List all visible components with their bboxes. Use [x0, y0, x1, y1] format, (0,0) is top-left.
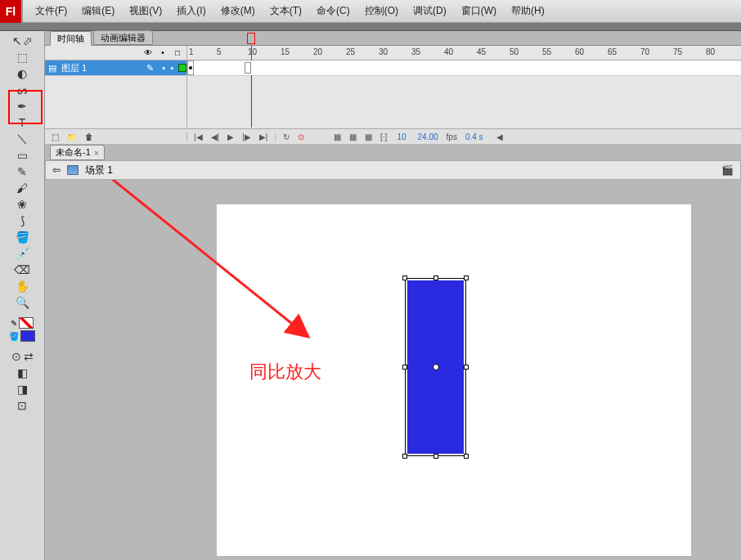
layer-edit-icon: ✎ — [146, 63, 154, 74]
onion-opt-4[interactable]: [·] — [379, 132, 388, 141]
new-layer-button[interactable]: ⬚ — [50, 132, 61, 141]
timeline-ruler[interactable]: 1 5 10 15 20 25 30 35 40 45 50 55 60 65 … — [187, 46, 741, 60]
goto-last-button[interactable]: ▶| — [258, 132, 270, 141]
text-tool[interactable]: T — [11, 114, 33, 131]
ruler-num: 25 — [346, 47, 355, 56]
menu-view[interactable]: 视图(V) — [122, 4, 169, 18]
pencil-tool[interactable]: ✎ — [11, 164, 33, 180]
free-transform-tool[interactable]: ⬚ — [11, 49, 33, 65]
timeline-scroll-left[interactable]: ◀ — [496, 132, 503, 141]
close-icon[interactable]: × — [94, 148, 99, 158]
stage-area[interactable]: 同比放大 — [45, 180, 741, 560]
option-tool-2[interactable]: ◨ — [11, 381, 33, 397]
menu-edit[interactable]: 编辑(E) — [74, 4, 122, 18]
handle-left[interactable] — [402, 365, 407, 370]
layer-lock-dot[interactable]: • — [170, 63, 173, 73]
stroke-color-swatch[interactable] — [19, 317, 34, 329]
handle-top-right[interactable] — [464, 276, 469, 280]
brush-tool[interactable]: 🖌 — [11, 180, 33, 196]
menu-insert[interactable]: 插入(I) — [169, 4, 213, 18]
menu-text[interactable]: 文本(T) — [263, 4, 309, 18]
selected-shape[interactable] — [405, 278, 466, 456]
frame-10[interactable] — [245, 62, 251, 74]
app-logo: Fl — [0, 0, 23, 23]
keyframe-1[interactable] — [187, 60, 194, 75]
subselection-tool[interactable]: ⬀ — [22, 33, 33, 49]
fill-color-icon: 🪣 — [9, 332, 19, 341]
edit-scene-button[interactable]: 🎬 — [721, 164, 734, 176]
pen-tool[interactable]: ✒ — [11, 98, 33, 114]
ruler-num: 20 — [313, 47, 322, 56]
ruler-num: 75 — [673, 47, 682, 56]
document-tab[interactable]: 未命名-1 × — [50, 145, 105, 160]
play-button[interactable]: ▶ — [226, 132, 236, 141]
paint-bucket-tool[interactable]: 🪣 — [11, 229, 33, 245]
menubar: Fl 文件(F) 编辑(E) 视图(V) 插入(I) 修改(M) 文本(T) 命… — [0, 0, 741, 23]
handle-top-left[interactable] — [402, 276, 407, 280]
annotation-text: 同比放大 — [249, 360, 321, 384]
ruler-num: 55 — [542, 47, 551, 56]
eyedropper-tool[interactable]: 💉 — [11, 245, 33, 262]
delete-layer-button[interactable]: 🗑 — [83, 132, 95, 141]
onion-opt-3[interactable]: ▦ — [363, 132, 374, 141]
ruler-num: 80 — [706, 47, 715, 56]
tools-panel: ↖ ⬀ ⬚ ◐ ᔕ ✒ T ＼ ▭ ✎ 🖌 ❀ ⟆ 🪣 💉 ⌫ ✋ 🔍 ✎ 🪣 … — [0, 31, 45, 560]
stroke-color-icon: ✎ — [11, 319, 17, 328]
snap-tool[interactable]: ⊙ — [11, 348, 21, 365]
onion-skin-button[interactable]: ⊙ — [296, 132, 306, 141]
fill-color-swatch[interactable] — [20, 330, 35, 342]
onion-opt-1[interactable]: ▦ — [332, 132, 343, 141]
transform-center[interactable] — [433, 364, 439, 370]
goto-first-button[interactable]: |◀ — [192, 132, 204, 141]
option-tool-3[interactable]: ⊡ — [11, 397, 33, 414]
eraser-tool[interactable]: ⌫ — [11, 262, 33, 278]
menu-file[interactable]: 文件(F) — [28, 4, 74, 18]
layer-label: 图层 1 — [61, 62, 87, 74]
line-tool[interactable]: ＼ — [11, 131, 33, 147]
handle-right[interactable] — [464, 365, 469, 370]
lock-column-icon[interactable]: • — [159, 48, 167, 57]
playhead[interactable] — [251, 46, 252, 128]
menu-help[interactable]: 帮助(H) — [504, 4, 552, 18]
timeline-footer: ⬚ 📁 🗑 |◀ ◀| ▶ |▶ ▶| | ↻ ⊙ ▦ ▦ ▦ [·] 10 2… — [45, 128, 741, 144]
ruler-num: 45 — [477, 47, 486, 56]
tab-timeline[interactable]: 时间轴 — [50, 31, 92, 46]
option-tool-1[interactable]: ◧ — [11, 365, 33, 381]
menu-window[interactable]: 窗口(W) — [454, 4, 504, 18]
loop-button[interactable]: ↻ — [281, 132, 291, 141]
layer-visible-dot[interactable]: • — [162, 63, 165, 73]
rectangle-tool[interactable]: ▭ — [11, 147, 33, 164]
visibility-column-icon[interactable]: 👁 — [144, 48, 152, 57]
menu-debug[interactable]: 调试(D) — [406, 4, 454, 18]
handle-bottom-left[interactable] — [402, 454, 407, 459]
layer-row[interactable]: ▤ 图层 1 ✎ • • — [45, 60, 187, 75]
menu-modify[interactable]: 修改(M) — [213, 4, 263, 18]
layer-outline-swatch[interactable] — [178, 64, 186, 72]
menu-control[interactable]: 控制(O) — [357, 4, 406, 18]
main-area: 时间轴 动画编辑器 👁 • □ 1 5 10 15 20 25 30 35 40… — [45, 31, 741, 560]
step-forward-button[interactable]: |▶ — [240, 132, 253, 141]
bone-tool[interactable]: ⟆ — [11, 213, 33, 229]
new-folder-button[interactable]: 📁 — [65, 132, 79, 141]
playhead-marker[interactable] — [247, 33, 255, 44]
selection-tool[interactable]: ↖ — [11, 33, 22, 49]
tab-motion-editor[interactable]: 动画编辑器 — [93, 30, 153, 45]
deco-tool[interactable]: ❀ — [11, 196, 33, 213]
lasso-tool[interactable]: ᔕ — [11, 82, 33, 98]
frames-track[interactable] — [187, 60, 741, 75]
swap-colors-tool[interactable]: ⇄ — [23, 348, 34, 365]
outline-column-icon[interactable]: □ — [173, 48, 182, 57]
3d-rotate-tool[interactable]: ◐ — [11, 65, 33, 82]
hand-tool[interactable]: ✋ — [11, 278, 33, 294]
step-back-button[interactable]: ◀| — [209, 132, 222, 141]
onion-opt-2[interactable]: ▦ — [348, 132, 358, 141]
handle-top[interactable] — [433, 276, 438, 280]
zoom-tool[interactable]: 🔍 — [11, 294, 33, 311]
document-tabbar: 未命名-1 × — [45, 144, 741, 160]
menu-command[interactable]: 命令(C) — [309, 4, 357, 18]
elapsed-time: 0.4 s — [462, 132, 487, 141]
handle-bottom[interactable] — [433, 454, 438, 459]
handle-bottom-right[interactable] — [464, 454, 469, 459]
back-arrow-icon[interactable]: ⇦ — [52, 164, 61, 176]
fps-value: 24.00 — [415, 132, 442, 141]
